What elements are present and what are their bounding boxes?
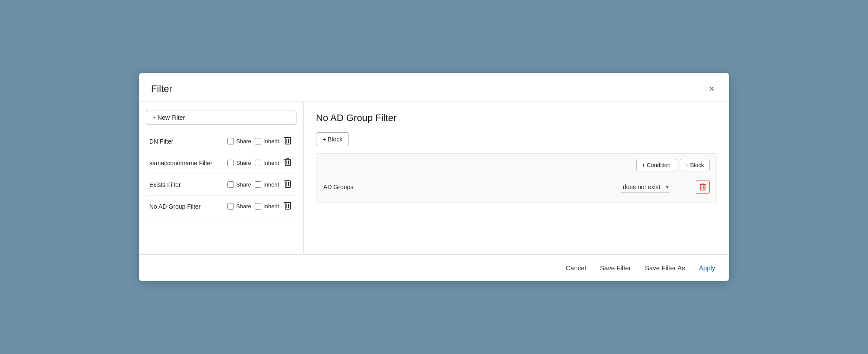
filter-name: No AD Group Filter — [149, 203, 224, 210]
cancel-button[interactable]: Cancel — [564, 262, 588, 274]
trash-icon — [284, 202, 291, 210]
left-panel: + New Filter DN Filter Share Inherit — [139, 102, 304, 254]
share-checkbox-label[interactable]: Share — [227, 160, 251, 166]
trash-icon — [284, 158, 291, 166]
trash-icon — [700, 184, 706, 190]
condition-row: AD Groups does not exist exists equals n… — [323, 177, 710, 197]
filter-item: Exists Filter Share Inherit — [146, 174, 296, 196]
chevron-down-icon: ▼ — [665, 184, 670, 190]
inherit-checkbox-1[interactable] — [255, 138, 261, 144]
dialog-header: Filter × — [139, 73, 729, 102]
filter-editor-title: No AD Group Filter — [316, 112, 717, 124]
share-checkbox-label[interactable]: Share — [227, 138, 251, 144]
add-condition-button[interactable]: + Condition — [636, 159, 676, 171]
filter-list: DN Filter Share Inherit — [146, 131, 296, 217]
right-panel: No AD Group Filter + Block + Condition +… — [304, 102, 729, 254]
condition-operator: does not exist exists equals not equals … — [621, 182, 690, 193]
share-checkbox-2[interactable] — [227, 160, 234, 166]
share-checkbox-3[interactable] — [227, 181, 234, 188]
inherit-checkbox-label[interactable]: Inherit — [255, 138, 279, 144]
save-filter-as-button[interactable]: Save Filter As — [643, 262, 687, 274]
inherit-checkbox-label[interactable]: Inherit — [255, 181, 279, 188]
share-checkbox-label[interactable]: Share — [227, 181, 251, 188]
delete-filter-button-1[interactable] — [283, 136, 293, 147]
filter-item: samaccountname Filter Share Inherit — [146, 152, 296, 174]
delete-filter-button-3[interactable] — [283, 179, 293, 190]
dialog-body: + New Filter DN Filter Share Inherit — [139, 102, 729, 254]
add-block-button[interactable]: + Block — [680, 159, 710, 171]
operator-select-wrapper[interactable]: does not exist exists equals not equals … — [621, 182, 670, 193]
add-block-button-top[interactable]: + Block — [316, 132, 349, 146]
delete-filter-button-4[interactable] — [283, 201, 293, 212]
dialog-title: Filter — [151, 83, 172, 95]
block-toolbar: + Condition + Block — [323, 159, 710, 171]
dialog-footer: Cancel Save Filter Save Filter As Apply — [139, 254, 729, 281]
inherit-checkbox-label[interactable]: Inherit — [255, 203, 279, 210]
save-filter-button[interactable]: Save Filter — [598, 262, 633, 274]
delete-filter-button-2[interactable] — [283, 157, 293, 168]
filter-name: DN Filter — [149, 138, 224, 145]
apply-button[interactable]: Apply — [697, 262, 717, 274]
inherit-checkbox-4[interactable] — [255, 203, 261, 210]
filter-name: samaccountname Filter — [149, 160, 224, 167]
share-checkbox-1[interactable] — [227, 138, 234, 144]
inherit-checkbox-3[interactable] — [255, 181, 261, 188]
operator-select[interactable]: does not exist exists equals not equals … — [621, 182, 664, 192]
filter-item: DN Filter Share Inherit — [146, 131, 296, 152]
filter-dialog: Filter × + New Filter DN Filter Share In… — [139, 73, 729, 281]
share-checkbox-label[interactable]: Share — [227, 203, 251, 210]
close-button[interactable]: × — [706, 83, 717, 95]
share-checkbox-4[interactable] — [227, 203, 234, 210]
filter-name: Exists Filter — [149, 181, 224, 188]
trash-icon — [284, 137, 291, 144]
filter-item: No AD Group Filter Share Inherit — [146, 196, 296, 217]
inherit-checkbox-label[interactable]: Inherit — [255, 160, 279, 166]
filter-block: + Condition + Block AD Groups does not e… — [316, 153, 717, 203]
delete-condition-button[interactable] — [696, 180, 710, 194]
trash-icon — [284, 180, 291, 188]
inherit-checkbox-2[interactable] — [255, 160, 261, 166]
condition-field: AD Groups — [323, 184, 616, 190]
new-filter-button[interactable]: + New Filter — [146, 111, 296, 125]
